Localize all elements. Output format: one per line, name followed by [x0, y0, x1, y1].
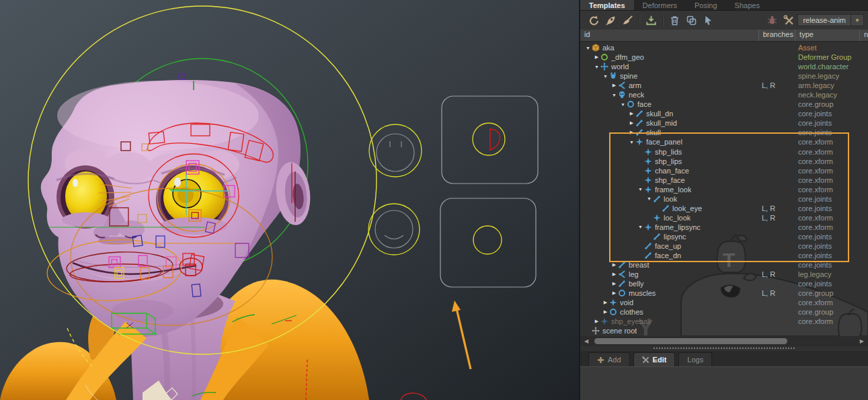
- node-label[interactable]: face_panel: [646, 138, 682, 146]
- node-label[interactable]: skull_dn: [646, 110, 673, 118]
- expand-arrow-icon[interactable]: ▶: [610, 290, 618, 296]
- tree-row-void[interactable]: ▶voidcore.xform: [580, 298, 868, 307]
- node-label[interactable]: arm: [629, 81, 641, 89]
- tab-posing[interactable]: Posing: [686, 0, 726, 10]
- tree-row-skull-mid[interactable]: ▶skull_midcore.joints: [580, 118, 868, 128]
- cursor-icon[interactable]: [703, 15, 714, 26]
- node-label[interactable]: spine: [620, 72, 637, 80]
- tree-row-scene-root[interactable]: scene root: [580, 326, 868, 335]
- node-tree[interactable]: T Y ▼akaAsset▶_dfm_geoDeformer Group▼wor…: [580, 42, 868, 336]
- node-label[interactable]: leg: [629, 270, 639, 278]
- bug-icon[interactable]: [766, 15, 778, 26]
- node-label[interactable]: look: [664, 195, 677, 203]
- expand-arrow-icon[interactable]: ▶: [610, 262, 618, 268]
- tree-row-frame-lipsync[interactable]: ▼frame_lipsynccore.xform: [580, 223, 868, 232]
- node-label[interactable]: world: [611, 63, 629, 71]
- node-label[interactable]: aka: [602, 44, 615, 52]
- node-label[interactable]: face_dn: [655, 251, 681, 259]
- node-label[interactable]: skull: [646, 128, 661, 136]
- tab-shapes[interactable]: Shapes: [726, 0, 768, 10]
- horizontal-scrollbar[interactable]: ◀ ▶: [580, 336, 868, 346]
- tree-row-frame-look[interactable]: ▼frame_lookcore.xform: [580, 185, 868, 194]
- branch-dropdown[interactable]: release-anim ▼: [797, 14, 864, 26]
- collapse-arrow-icon[interactable]: ▼: [637, 187, 644, 192]
- tree-row-muscles[interactable]: ▶musclesL, Rcore.group: [580, 288, 868, 298]
- collapse-arrow-icon[interactable]: ▼: [584, 46, 592, 50]
- tree-row-face-panel[interactable]: ▼face_panelcore.xform: [580, 137, 868, 147]
- tree-row-neck[interactable]: ▼neckneck.legacy: [580, 90, 868, 99]
- column-id[interactable]: id: [580, 30, 759, 41]
- scrollbar-thumb[interactable]: [594, 338, 787, 344]
- tab-add[interactable]: Add: [588, 352, 630, 366]
- node-label[interactable]: scene root: [602, 327, 637, 335]
- node-label[interactable]: skull_mid: [646, 119, 677, 127]
- expand-arrow-icon[interactable]: ▶: [628, 130, 635, 135]
- expand-arrow-icon[interactable]: ▶: [610, 272, 618, 277]
- chevron-down-icon[interactable]: ▼: [851, 15, 863, 26]
- viewport-canvas[interactable]: [0, 0, 579, 400]
- tree-row-spine[interactable]: ▼spinespine.legacy: [580, 71, 868, 81]
- node-label[interactable]: look_eye: [672, 204, 702, 212]
- node-label[interactable]: shp_lids: [655, 148, 682, 156]
- node-label[interactable]: frame_lipsync: [655, 223, 701, 231]
- collapse-arrow-icon[interactable]: ▼: [593, 65, 600, 69]
- collapse-arrow-icon[interactable]: ▼: [645, 196, 653, 201]
- refresh-icon[interactable]: [588, 15, 600, 26]
- tree-row-aka[interactable]: ▼akaAsset: [580, 43, 868, 52]
- expand-arrow-icon[interactable]: ▶: [610, 281, 618, 286]
- collapse-arrow-icon[interactable]: ▼: [610, 93, 618, 97]
- tree-row-arm[interactable]: ▶armL, Rarm.legacy: [580, 81, 868, 90]
- tree-row--dfm-geo[interactable]: ▶_dfm_geoDeformer Group: [580, 52, 868, 62]
- broom-icon[interactable]: [622, 15, 633, 26]
- tab-edit[interactable]: Edit: [633, 352, 676, 366]
- tab-templates[interactable]: Templates: [580, 0, 634, 10]
- expand-arrow-icon[interactable]: ▶: [628, 111, 635, 116]
- collapse-arrow-icon[interactable]: ▼: [637, 225, 644, 229]
- tree-row-clothes[interactable]: ▶clothescore.group: [580, 307, 868, 317]
- expand-arrow-icon[interactable]: ▶: [602, 300, 609, 305]
- node-label[interactable]: lipsync: [664, 233, 686, 241]
- tab-deformers[interactable]: Deformers: [634, 0, 686, 10]
- node-label[interactable]: chan_face: [655, 167, 689, 175]
- tree-row-belly[interactable]: ▶bellycore.joints: [580, 279, 868, 288]
- node-label[interactable]: shp_face: [655, 176, 685, 184]
- collapse-arrow-icon[interactable]: ▼: [628, 140, 635, 145]
- tab-logs[interactable]: Logs: [678, 352, 712, 366]
- tree-row-shp-face[interactable]: shp_facecore.xform: [580, 175, 868, 185]
- scroll-right-icon[interactable]: ▶: [860, 338, 864, 344]
- column-name[interactable]: n: [860, 30, 868, 41]
- node-label[interactable]: void: [620, 298, 633, 307]
- expand-arrow-icon[interactable]: ▶: [610, 83, 618, 88]
- expand-arrow-icon[interactable]: ▶: [602, 309, 609, 315]
- column-branches[interactable]: branches: [759, 30, 795, 41]
- tree-row-skull[interactable]: ▶skullcore.joints: [580, 128, 868, 137]
- tree-row-leg[interactable]: ▶legL, Rleg.legacy: [580, 270, 868, 279]
- node-label[interactable]: breast: [629, 261, 649, 269]
- expand-arrow-icon[interactable]: ▶: [593, 319, 600, 324]
- tree-row-breast[interactable]: ▶breastcore.joints: [580, 260, 868, 270]
- node-label[interactable]: shp_eyeball: [611, 317, 651, 325]
- node-label[interactable]: muscles: [629, 289, 656, 297]
- tree-row-shp-eyeball[interactable]: ▶shp_eyeballcore.xform: [580, 317, 868, 326]
- collapse-arrow-icon[interactable]: ▼: [619, 102, 627, 107]
- node-label[interactable]: loc_look: [664, 214, 691, 222]
- trash-icon[interactable]: [669, 15, 680, 26]
- tree-row-loc-look[interactable]: loc_lookL, Rcore.xform: [580, 213, 868, 223]
- expand-arrow-icon[interactable]: ▶: [593, 54, 600, 60]
- tree-row-look-eye[interactable]: look_eyeL, Rcore.joints: [580, 204, 868, 213]
- tree-row-lipsync[interactable]: lipsynccore.joints: [580, 232, 868, 241]
- tree-row-chan-face[interactable]: chan_facecore.xform: [580, 166, 868, 175]
- panel-splitter-handle[interactable]: [654, 348, 795, 349]
- import-icon[interactable]: [645, 15, 657, 26]
- rocket-icon[interactable]: [605, 15, 617, 26]
- node-label[interactable]: clothes: [620, 308, 643, 316]
- expand-arrow-icon[interactable]: ▶: [628, 120, 635, 126]
- tools-icon[interactable]: [783, 15, 795, 26]
- tree-row-face[interactable]: ▼facecore.group: [580, 99, 868, 109]
- viewport-3d[interactable]: [0, 0, 579, 400]
- tree-row-face-dn[interactable]: face_dncore.joints: [580, 251, 868, 260]
- node-label[interactable]: belly: [629, 280, 644, 288]
- tree-row-shp-lids[interactable]: shp_lidscore.xform: [580, 147, 868, 157]
- tree-row-shp-lips[interactable]: shp_lipscore.xform: [580, 157, 868, 166]
- tree-row-look[interactable]: ▼lookcore.joints: [580, 194, 868, 204]
